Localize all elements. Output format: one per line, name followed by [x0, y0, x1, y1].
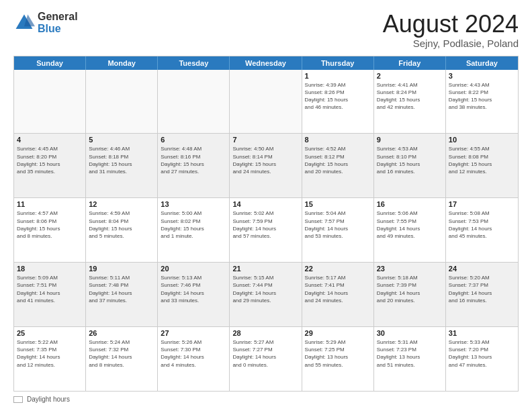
day-info: Sunrise: 4:59 AMSunset: 8:04 PMDaylight:…	[89, 210, 154, 240]
calendar-cell: 24Sunrise: 5:20 AMSunset: 7:37 PMDayligh…	[446, 263, 518, 326]
calendar-cell: 19Sunrise: 5:11 AMSunset: 7:48 PMDayligh…	[86, 263, 158, 326]
day-number: 5	[89, 136, 154, 144]
calendar-cell: 15Sunrise: 5:04 AMSunset: 7:57 PMDayligh…	[302, 198, 374, 262]
day-info: Sunrise: 4:46 AMSunset: 8:18 PMDaylight:…	[89, 145, 154, 175]
footer: Daylight hours	[13, 396, 519, 403]
title-block: August 2024 Sejny, Podlasie, Poland	[383, 11, 519, 49]
day-info: Sunrise: 5:22 AMSunset: 7:35 PMDaylight:…	[17, 338, 83, 369]
calendar-cell: 1Sunrise: 4:39 AMSunset: 8:26 PMDaylight…	[302, 70, 374, 134]
day-number: 24	[449, 265, 515, 273]
calendar-cell: 27Sunrise: 5:26 AMSunset: 7:30 PMDayligh…	[158, 327, 230, 391]
day-info: Sunrise: 5:26 AMSunset: 7:30 PMDaylight:…	[161, 338, 226, 369]
calendar-cell: 17Sunrise: 5:08 AMSunset: 7:53 PMDayligh…	[446, 198, 518, 262]
calendar-cell: 10Sunrise: 4:55 AMSunset: 8:08 PMDayligh…	[446, 134, 518, 197]
calendar-cell: 22Sunrise: 5:17 AMSunset: 7:41 PMDayligh…	[302, 263, 374, 326]
calendar-cell: 11Sunrise: 4:57 AMSunset: 8:06 PMDayligh…	[14, 198, 86, 262]
calendar-cell	[14, 70, 86, 134]
day-number: 18	[17, 265, 83, 273]
calendar-cell: 6Sunrise: 4:48 AMSunset: 8:16 PMDaylight…	[158, 134, 230, 197]
day-number: 26	[89, 329, 154, 337]
day-info: Sunrise: 5:20 AMSunset: 7:37 PMDaylight:…	[449, 274, 515, 304]
header-day-saturday: Saturday	[446, 56, 518, 70]
day-number: 6	[161, 136, 226, 144]
logo: General Blue	[13, 11, 78, 34]
day-number: 11	[17, 200, 83, 208]
day-number: 10	[449, 136, 515, 144]
day-number: 13	[161, 200, 226, 208]
day-info: Sunrise: 4:53 AMSunset: 8:10 PMDaylight:…	[377, 145, 443, 175]
calendar-cell: 20Sunrise: 5:13 AMSunset: 7:46 PMDayligh…	[158, 263, 230, 326]
calendar-cell: 5Sunrise: 4:46 AMSunset: 8:18 PMDaylight…	[86, 134, 158, 197]
calendar-cell: 3Sunrise: 4:43 AMSunset: 8:22 PMDaylight…	[446, 70, 518, 134]
day-number: 15	[305, 200, 371, 208]
day-number: 2	[377, 72, 443, 80]
logo-text: General Blue	[38, 11, 78, 34]
day-number: 1	[305, 72, 371, 80]
calendar-cell	[158, 70, 230, 134]
day-info: Sunrise: 4:57 AMSunset: 8:06 PMDaylight:…	[17, 210, 83, 240]
logo-icon	[13, 12, 35, 34]
day-number: 29	[305, 329, 371, 337]
day-info: Sunrise: 5:11 AMSunset: 7:48 PMDaylight:…	[89, 274, 154, 304]
day-number: 31	[449, 329, 515, 337]
calendar-cell: 28Sunrise: 5:27 AMSunset: 7:27 PMDayligh…	[230, 327, 302, 391]
calendar-cell	[86, 70, 158, 134]
header-day-thursday: Thursday	[302, 56, 374, 70]
calendar-cell: 7Sunrise: 4:50 AMSunset: 8:14 PMDaylight…	[230, 134, 302, 197]
calendar-cell: 8Sunrise: 4:52 AMSunset: 8:12 PMDaylight…	[302, 134, 374, 197]
calendar-cell: 26Sunrise: 5:24 AMSunset: 7:32 PMDayligh…	[86, 327, 158, 391]
day-number: 12	[89, 200, 154, 208]
day-info: Sunrise: 5:17 AMSunset: 7:41 PMDaylight:…	[305, 274, 371, 304]
day-number: 17	[449, 200, 515, 208]
calendar-cell: 31Sunrise: 5:33 AMSunset: 7:20 PMDayligh…	[446, 327, 518, 391]
header-day-wednesday: Wednesday	[230, 56, 302, 70]
day-number: 19	[89, 265, 154, 273]
calendar-cell: 29Sunrise: 5:29 AMSunset: 7:25 PMDayligh…	[302, 327, 374, 391]
calendar-week-3: 11Sunrise: 4:57 AMSunset: 8:06 PMDayligh…	[14, 197, 518, 262]
day-number: 7	[232, 136, 298, 144]
logo-general-text: General	[38, 11, 78, 23]
day-info: Sunrise: 5:08 AMSunset: 7:53 PMDaylight:…	[449, 210, 515, 240]
day-number: 21	[232, 265, 298, 273]
day-info: Sunrise: 5:24 AMSunset: 7:32 PMDaylight:…	[89, 338, 154, 369]
day-number: 23	[377, 265, 443, 273]
calendar: SundayMondayTuesdayWednesdayThursdayFrid…	[13, 56, 519, 392]
day-info: Sunrise: 5:27 AMSunset: 7:27 PMDaylight:…	[232, 338, 298, 369]
day-number: 14	[232, 200, 298, 208]
calendar-cell: 13Sunrise: 5:00 AMSunset: 8:02 PMDayligh…	[158, 198, 230, 262]
day-info: Sunrise: 4:43 AMSunset: 8:22 PMDaylight:…	[449, 81, 515, 111]
calendar-cell: 4Sunrise: 4:45 AMSunset: 8:20 PMDaylight…	[14, 134, 86, 197]
day-info: Sunrise: 5:04 AMSunset: 7:57 PMDaylight:…	[305, 210, 371, 240]
calendar-week-1: 1Sunrise: 4:39 AMSunset: 8:26 PMDaylight…	[14, 70, 518, 134]
header-day-tuesday: Tuesday	[158, 56, 230, 70]
day-number: 9	[377, 136, 443, 144]
calendar-cell: 9Sunrise: 4:53 AMSunset: 8:10 PMDaylight…	[374, 134, 446, 197]
day-number: 22	[305, 265, 371, 273]
calendar-week-4: 18Sunrise: 5:09 AMSunset: 7:51 PMDayligh…	[14, 262, 518, 326]
header-day-sunday: Sunday	[14, 56, 86, 70]
day-info: Sunrise: 5:09 AMSunset: 7:51 PMDaylight:…	[17, 274, 83, 304]
calendar-cell: 2Sunrise: 4:41 AMSunset: 8:24 PMDaylight…	[374, 70, 446, 134]
day-info: Sunrise: 5:06 AMSunset: 7:55 PMDaylight:…	[377, 210, 443, 240]
calendar-body: 1Sunrise: 4:39 AMSunset: 8:26 PMDaylight…	[14, 70, 518, 391]
calendar-cell: 25Sunrise: 5:22 AMSunset: 7:35 PMDayligh…	[14, 327, 86, 391]
header-day-friday: Friday	[374, 56, 446, 70]
header: General Blue August 2024 Sejny, Podlasie…	[13, 11, 519, 49]
calendar-cell	[230, 70, 302, 134]
daylight-color-box	[13, 396, 23, 403]
calendar-header: SundayMondayTuesdayWednesdayThursdayFrid…	[14, 56, 518, 70]
day-info: Sunrise: 4:55 AMSunset: 8:08 PMDaylight:…	[449, 145, 515, 175]
header-day-monday: Monday	[86, 56, 158, 70]
day-info: Sunrise: 5:33 AMSunset: 7:20 PMDaylight:…	[449, 338, 515, 369]
day-info: Sunrise: 4:50 AMSunset: 8:14 PMDaylight:…	[232, 145, 298, 175]
calendar-cell: 30Sunrise: 5:31 AMSunset: 7:23 PMDayligh…	[374, 327, 446, 391]
calendar-week-5: 25Sunrise: 5:22 AMSunset: 7:35 PMDayligh…	[14, 326, 518, 391]
day-number: 16	[377, 200, 443, 208]
day-number: 28	[232, 329, 298, 337]
day-info: Sunrise: 5:00 AMSunset: 8:02 PMDaylight:…	[161, 210, 226, 240]
calendar-title: August 2024	[383, 11, 519, 38]
calendar-cell: 14Sunrise: 5:02 AMSunset: 7:59 PMDayligh…	[230, 198, 302, 262]
day-info: Sunrise: 4:52 AMSunset: 8:12 PMDaylight:…	[305, 145, 371, 175]
footer-label: Daylight hours	[27, 396, 70, 403]
calendar-cell: 23Sunrise: 5:18 AMSunset: 7:39 PMDayligh…	[374, 263, 446, 326]
